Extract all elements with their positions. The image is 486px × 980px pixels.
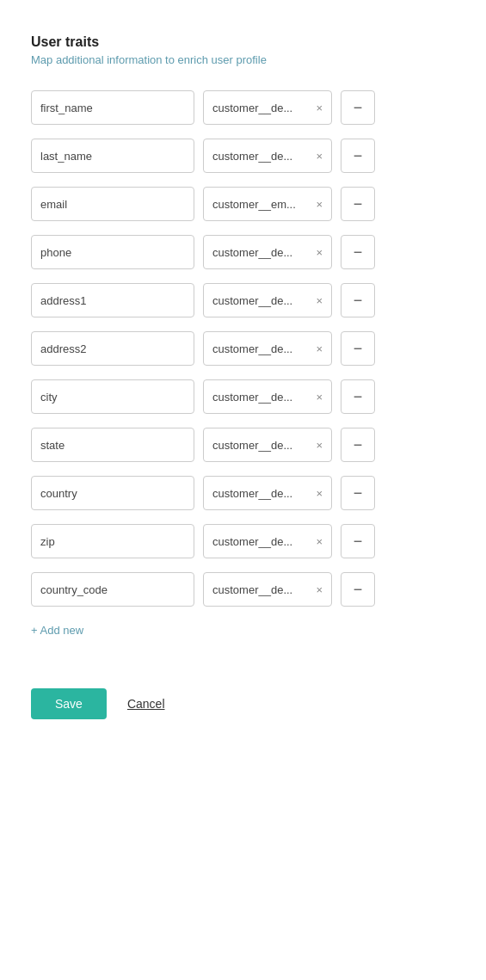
remove-trait-button-7[interactable]: − [341, 428, 375, 462]
cancel-button[interactable]: Cancel [127, 697, 165, 711]
trait-field-input-8[interactable] [31, 476, 194, 510]
trait-tag-1: customer__de...× [203, 139, 332, 173]
trait-tag-text-8: customer__de... [212, 487, 311, 500]
trait-tag-text-9: customer__de... [212, 535, 311, 548]
trait-tag-3: customer__de...× [203, 235, 332, 269]
trait-tag-6: customer__de...× [203, 379, 332, 414]
trait-tag-text-1: customer__de... [212, 150, 311, 163]
trait-tag-text-7: customer__de... [212, 439, 311, 452]
remove-trait-button-6[interactable]: − [341, 379, 375, 414]
trait-field-input-10[interactable] [31, 572, 194, 607]
remove-trait-button-5[interactable]: − [341, 331, 375, 366]
trait-tag-text-4: customer__de... [212, 294, 311, 307]
trait-row: customer__de...×− [31, 90, 455, 125]
trait-row: customer__de...×− [31, 235, 455, 269]
trait-field-input-4[interactable] [31, 283, 194, 317]
trait-tag-close-icon-8[interactable]: × [316, 487, 323, 500]
footer-actions: Save Cancel [31, 688, 455, 719]
trait-field-input-2[interactable] [31, 187, 194, 221]
trait-tag-text-3: customer__de... [212, 246, 311, 259]
trait-field-input-3[interactable] [31, 235, 194, 269]
trait-tag-text-0: customer__de... [212, 102, 311, 114]
trait-tag-close-icon-1[interactable]: × [316, 150, 323, 163]
trait-field-input-6[interactable] [31, 379, 194, 414]
trait-tag-text-2: customer__em... [212, 198, 311, 211]
trait-tag-5: customer__de...× [203, 331, 332, 366]
trait-tag-8: customer__de...× [203, 476, 332, 510]
save-button[interactable]: Save [31, 688, 107, 719]
trait-row: customer__de...×− [31, 572, 455, 607]
trait-tag-2: customer__em...× [203, 187, 332, 221]
trait-tag-close-icon-3[interactable]: × [316, 246, 323, 259]
trait-row: customer__de...×− [31, 524, 455, 558]
trait-field-input-7[interactable] [31, 428, 194, 462]
remove-trait-button-8[interactable]: − [341, 476, 375, 510]
traits-list: customer__de...×−customer__de...×−custom… [31, 90, 455, 607]
trait-tag-9: customer__de...× [203, 524, 332, 558]
trait-field-input-9[interactable] [31, 524, 194, 558]
remove-trait-button-9[interactable]: − [341, 524, 375, 558]
trait-tag-close-icon-4[interactable]: × [316, 294, 323, 307]
trait-row: customer__de...×− [31, 283, 455, 317]
remove-trait-button-2[interactable]: − [341, 187, 375, 221]
trait-tag-text-6: customer__de... [212, 391, 311, 404]
trait-tag-7: customer__de...× [203, 428, 332, 462]
remove-trait-button-0[interactable]: − [341, 90, 375, 125]
trait-tag-text-10: customer__de... [212, 583, 311, 596]
trait-tag-text-5: customer__de... [212, 342, 311, 355]
trait-field-input-1[interactable] [31, 139, 194, 173]
page-container: User traits Map additional information t… [0, 0, 486, 980]
trait-row: customer__de...×− [31, 428, 455, 462]
trait-tag-close-icon-5[interactable]: × [316, 342, 323, 355]
remove-trait-button-10[interactable]: − [341, 572, 375, 607]
trait-row: customer__em...×− [31, 187, 455, 221]
trait-tag-0: customer__de...× [203, 90, 332, 125]
trait-row: customer__de...×− [31, 476, 455, 510]
remove-trait-button-4[interactable]: − [341, 283, 375, 317]
trait-tag-close-icon-9[interactable]: × [316, 535, 323, 548]
trait-field-input-5[interactable] [31, 331, 194, 366]
trait-tag-close-icon-2[interactable]: × [316, 198, 323, 211]
trait-row: customer__de...×− [31, 379, 455, 414]
remove-trait-button-3[interactable]: − [341, 235, 375, 269]
page-title: User traits [31, 34, 455, 50]
trait-tag-close-icon-0[interactable]: × [316, 102, 323, 114]
add-new-link[interactable]: + Add new [31, 624, 83, 637]
trait-tag-close-icon-7[interactable]: × [316, 439, 323, 452]
trait-field-input-0[interactable] [31, 90, 194, 125]
trait-row: customer__de...×− [31, 139, 455, 173]
trait-tag-10: customer__de...× [203, 572, 332, 607]
remove-trait-button-1[interactable]: − [341, 139, 375, 173]
trait-tag-close-icon-10[interactable]: × [316, 583, 323, 596]
trait-row: customer__de...×− [31, 331, 455, 366]
page-subtitle: Map additional information to enrich use… [31, 53, 455, 66]
trait-tag-close-icon-6[interactable]: × [316, 391, 323, 404]
trait-tag-4: customer__de...× [203, 283, 332, 317]
